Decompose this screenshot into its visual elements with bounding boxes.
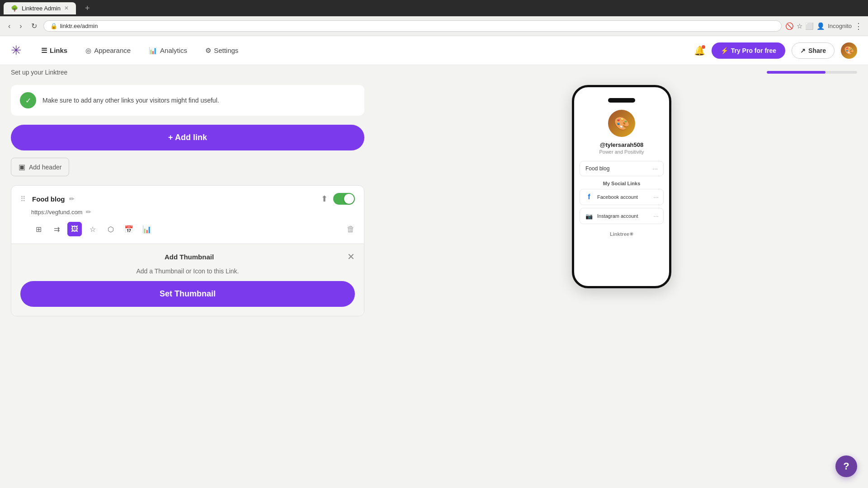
phone-username: @tylersarah508 xyxy=(580,141,664,148)
link-redirect-icon[interactable]: ⇉ xyxy=(49,222,64,236)
thumbnail-icon[interactable]: 🖼 xyxy=(67,222,82,236)
add-link-label: + Add link xyxy=(168,133,207,142)
header-right: 🔔 ⚡ Try Pro for free ↗ Share 🎨 xyxy=(694,42,857,59)
setup-text: Set up your Linktree xyxy=(11,69,67,76)
thumbnail-panel: Add Thumbnail ✕ Add a Thumbnail or Icon … xyxy=(11,244,364,316)
setup-bar: Set up your Linktree xyxy=(0,65,868,76)
address-bar[interactable]: 🔒 linktr.ee/admin xyxy=(43,20,782,32)
try-pro-label: Try Pro for free xyxy=(731,47,776,54)
phone-social-section: My Social Links xyxy=(580,181,664,186)
add-header-label: Add header xyxy=(29,164,61,171)
share-link-btn[interactable]: ⬆ xyxy=(321,194,328,204)
nav-links[interactable]: ☰ Links xyxy=(32,43,76,58)
browser-tab-bar: 🌳 Linktree Admin ✕ + xyxy=(0,0,868,16)
phone-footer: Linktree✳ xyxy=(580,231,664,237)
notice-icon: ✓ xyxy=(20,92,36,108)
add-link-button[interactable]: + Add link xyxy=(11,125,364,150)
share-button[interactable]: ↗ Share xyxy=(792,42,835,59)
tab-favicon: 🌳 xyxy=(11,5,18,12)
phone-bio: Power and Positivity xyxy=(580,149,664,155)
analytics-icon: 📊 xyxy=(149,47,157,55)
thumbnail-close-btn[interactable]: ✕ xyxy=(347,251,355,262)
nav-appearance[interactable]: ◎ Appearance xyxy=(76,43,140,58)
instagram-label: Instagram account xyxy=(597,213,638,219)
incognito-label: Incognito xyxy=(828,23,852,29)
phone-link-label: Food blog xyxy=(585,165,609,172)
sidebar-icon[interactable]: ⬜ xyxy=(805,22,814,30)
links-label: Links xyxy=(50,47,67,54)
instagram-dots: ··· xyxy=(653,212,659,220)
delete-link-btn[interactable]: 🗑 xyxy=(347,225,355,234)
link-card-inner: ⠿ Food blog ✏ ⬆ https://vegfund.com ✏ ⊞ xyxy=(11,186,364,244)
edit-url-icon[interactable]: ✏ xyxy=(86,208,91,216)
help-label: ? xyxy=(843,460,849,472)
schedule-icon[interactable]: 📅 xyxy=(122,222,136,236)
app-header: ✳ ☰ Links ◎ Appearance 📊 Analytics ⚙ Set… xyxy=(0,36,868,65)
phone-screen: 🎨 @tylersarah508 Power and Positivity Fo… xyxy=(572,85,671,288)
facebook-icon: f xyxy=(585,192,594,202)
address-url: linktr.ee/admin xyxy=(60,23,775,29)
chart-icon[interactable]: 📊 xyxy=(140,222,154,236)
phone-notch xyxy=(608,98,635,103)
layout-icon[interactable]: ⊞ xyxy=(31,222,46,236)
phone-facebook-link: f Facebook account ··· xyxy=(580,189,664,205)
active-tab[interactable]: 🌳 Linktree Admin ✕ xyxy=(4,2,76,14)
notification-btn[interactable]: 🔔 xyxy=(694,45,705,56)
notification-dot xyxy=(702,45,705,49)
help-button[interactable]: ? xyxy=(835,455,857,477)
reload-btn[interactable]: ↻ xyxy=(28,20,40,32)
toggle-thumb xyxy=(344,194,354,204)
link-title: Food blog xyxy=(32,195,65,203)
try-pro-button[interactable]: ⚡ Try Pro for free xyxy=(712,42,785,59)
right-panel: 🎨 @tylersarah508 Power and Positivity Fo… xyxy=(375,76,868,470)
link-header: ⠿ Food blog ✏ ⬆ xyxy=(20,193,355,205)
thumbnail-panel-title: Add Thumbnail xyxy=(31,253,347,261)
nav-settings[interactable]: ⚙ Settings xyxy=(196,43,247,58)
linktree-logo[interactable]: ✳ xyxy=(11,43,21,58)
analytics-label: Analytics xyxy=(160,47,187,54)
phone-avatar: 🎨 xyxy=(608,110,635,137)
back-btn[interactable]: ‹ xyxy=(5,20,13,32)
phone-mockup: 🎨 @tylersarah508 Power and Positivity Fo… xyxy=(572,85,671,288)
phone-instagram-link: 📷 Instagram account ··· xyxy=(580,208,664,224)
share-icon: ↗ xyxy=(800,47,806,54)
link-right-actions: ⬆ xyxy=(321,193,355,205)
tab-close-btn[interactable]: ✕ xyxy=(64,5,69,11)
drag-handle[interactable]: ⠿ xyxy=(20,195,26,203)
main-nav: ☰ Links ◎ Appearance 📊 Analytics ⚙ Setti… xyxy=(32,43,247,58)
link-toggle[interactable] xyxy=(333,193,355,205)
eye-slash-icon: 🚫 xyxy=(785,22,794,30)
forward-btn[interactable]: › xyxy=(17,20,24,32)
add-header-button[interactable]: ▣ Add header xyxy=(11,158,69,176)
browser-nav-bar: ‹ › ↻ 🔒 linktr.ee/admin 🚫 ☆ ⬜ 👤 Incognit… xyxy=(0,16,868,36)
lightning-icon: ⚡ xyxy=(721,47,728,54)
menu-icon[interactable]: ⋮ xyxy=(854,21,863,31)
set-thumbnail-label: Set Thumbnail xyxy=(160,289,216,298)
set-thumbnail-button[interactable]: Set Thumbnail xyxy=(20,281,355,307)
edit-title-icon[interactable]: ✏ xyxy=(69,195,75,202)
facebook-label: Facebook account xyxy=(597,194,638,200)
star-icon[interactable]: ☆ xyxy=(797,22,802,30)
gate-icon[interactable]: ⬡ xyxy=(104,222,118,236)
star-icon[interactable]: ☆ xyxy=(85,222,100,236)
user-avatar[interactable]: 🎨 xyxy=(841,42,857,59)
phone-link-foodblog: Food blog ··· xyxy=(580,161,664,176)
setup-progress-fill xyxy=(767,71,826,74)
left-panel: ✓ Make sure to add any other links your … xyxy=(0,76,375,470)
link-url-row: https://vegfund.com ✏ xyxy=(20,208,355,216)
thumbnail-desc: Add a Thumbnail or Icon to this Link. xyxy=(20,267,355,275)
main-content: ✓ Make sure to add any other links your … xyxy=(0,76,868,470)
browser-nav-icons: 🚫 ☆ ⬜ 👤 Incognito ⋮ xyxy=(785,21,863,31)
appearance-icon: ◎ xyxy=(85,47,91,55)
thumbnail-header: Add Thumbnail ✕ xyxy=(20,251,355,262)
link-actions: ⊞ ⇉ 🖼 ☆ ⬡ 📅 📊 🗑 xyxy=(20,222,355,236)
header-icon: ▣ xyxy=(19,163,25,171)
lock-icon: 🔒 xyxy=(50,23,57,29)
tab-title: Linktree Admin xyxy=(22,5,61,12)
links-icon: ☰ xyxy=(41,47,47,55)
nav-analytics[interactable]: 📊 Analytics xyxy=(140,43,196,58)
profile-icon[interactable]: 👤 xyxy=(816,22,825,30)
link-card: ⠿ Food blog ✏ ⬆ https://vegfund.com ✏ ⊞ xyxy=(11,185,364,316)
new-tab-btn[interactable]: + xyxy=(78,1,97,16)
link-url: https://vegfund.com xyxy=(31,209,82,216)
